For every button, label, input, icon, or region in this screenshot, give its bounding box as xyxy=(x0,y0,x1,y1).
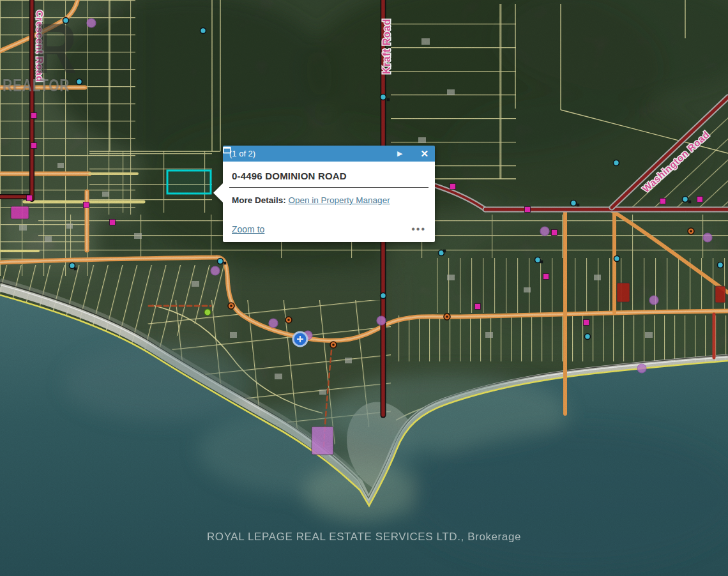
popup-next-button[interactable]: ▶ xyxy=(397,150,402,157)
popup-divider xyxy=(229,187,428,188)
maximize-icon xyxy=(223,146,231,154)
popup-title: 0-4496 DOMINION ROAD xyxy=(232,171,426,181)
map-stage: Crescent RoadKraft RoadWashington Road R… xyxy=(0,0,728,576)
zoom-to-link[interactable]: Zoom to xyxy=(232,224,264,234)
open-property-manager-link[interactable]: Open in Property Manager xyxy=(289,195,390,205)
popup-header: (1 of 2) ▶ ✕ xyxy=(223,146,435,162)
popup-body: 0-4496 DOMINION ROAD More Details: Open … xyxy=(223,162,435,242)
popup-pager: (1 of 2) xyxy=(229,149,255,158)
popup-callout-arrow xyxy=(213,183,223,202)
popup-close-button[interactable]: ✕ xyxy=(420,149,428,158)
popup-more-options-button[interactable]: ••• xyxy=(411,227,426,232)
grain-overlay xyxy=(0,0,728,576)
property-popup: (1 of 2) ▶ ✕ 0-4496 DOMINION ROAD More D… xyxy=(223,146,435,242)
more-details-label: More Details: xyxy=(232,195,286,205)
map-canvas[interactable]: Crescent RoadKraft RoadWashington Road xyxy=(0,0,728,576)
